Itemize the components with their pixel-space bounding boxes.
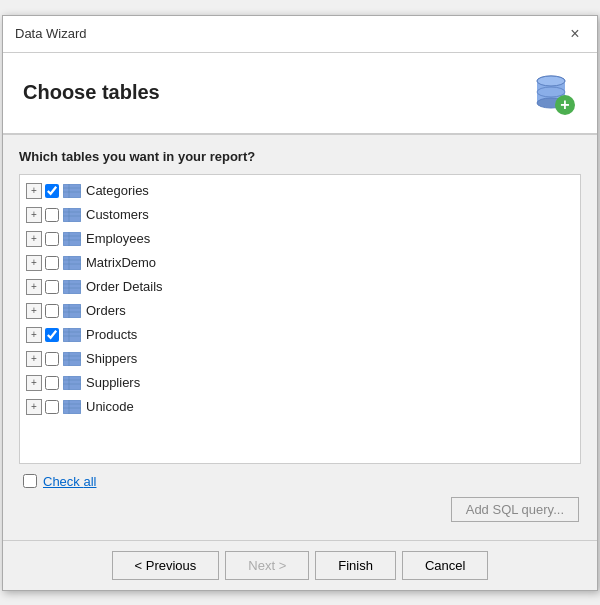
footer: < Previous Next > Finish Cancel	[3, 540, 597, 590]
table-name: Shippers	[86, 351, 137, 366]
table-row[interactable]: + Products	[20, 323, 580, 347]
table-checkbox[interactable]	[45, 208, 59, 222]
table-checkbox[interactable]	[45, 184, 59, 198]
table-row[interactable]: + Unicode	[20, 395, 580, 419]
expand-button[interactable]: +	[26, 231, 42, 247]
table-checkbox[interactable]	[45, 304, 59, 318]
svg-text:+: +	[560, 96, 569, 113]
svg-rect-35	[63, 352, 81, 366]
table-row[interactable]: + Shippers	[20, 347, 580, 371]
table-row[interactable]: + Customers	[20, 203, 580, 227]
table-name: Orders	[86, 303, 126, 318]
table-icon	[63, 256, 81, 270]
table-icon	[63, 184, 81, 198]
previous-button[interactable]: < Previous	[112, 551, 220, 580]
table-row[interactable]: + Categories	[20, 179, 580, 203]
add-sql-query-button[interactable]: Add SQL query...	[451, 497, 579, 522]
table-name: Products	[86, 327, 137, 342]
table-row[interactable]: + Orders	[20, 299, 580, 323]
svg-rect-19	[63, 256, 81, 270]
svg-rect-11	[63, 208, 81, 222]
table-name: Employees	[86, 231, 150, 246]
table-checkbox[interactable]	[45, 400, 59, 414]
database-icon: +	[529, 69, 577, 117]
table-icon	[63, 400, 81, 414]
table-icon	[63, 376, 81, 390]
body-section: Which tables you want in your report? + …	[3, 135, 597, 540]
table-icon	[63, 232, 81, 246]
table-row[interactable]: + Order Details	[20, 275, 580, 299]
expand-button[interactable]: +	[26, 327, 42, 343]
table-checkbox[interactable]	[45, 328, 59, 342]
cancel-button[interactable]: Cancel	[402, 551, 488, 580]
table-row[interactable]: + MatrixDemo	[20, 251, 580, 275]
svg-rect-43	[63, 400, 81, 414]
table-icon	[63, 208, 81, 222]
table-name: Order Details	[86, 279, 163, 294]
svg-rect-31	[63, 328, 81, 342]
table-name: Customers	[86, 207, 149, 222]
table-icon	[63, 304, 81, 318]
table-name: Categories	[86, 183, 149, 198]
table-icon	[63, 328, 81, 342]
svg-rect-23	[63, 280, 81, 294]
table-checkbox[interactable]	[45, 352, 59, 366]
table-row[interactable]: + Employees	[20, 227, 580, 251]
table-name: Unicode	[86, 399, 134, 414]
expand-button[interactable]: +	[26, 375, 42, 391]
check-all-checkbox[interactable]	[23, 474, 37, 488]
expand-button[interactable]: +	[26, 183, 42, 199]
expand-button[interactable]: +	[26, 303, 42, 319]
table-checkbox[interactable]	[45, 280, 59, 294]
expand-button[interactable]: +	[26, 399, 42, 415]
svg-rect-15	[63, 232, 81, 246]
question-label: Which tables you want in your report?	[19, 149, 581, 164]
table-list: + Categories+ Customers+ Employees+ Matr…	[19, 174, 581, 464]
expand-button[interactable]: +	[26, 279, 42, 295]
title-bar: Data Wizard ×	[3, 16, 597, 53]
svg-point-3	[537, 76, 565, 86]
dialog-title: Data Wizard	[15, 26, 87, 41]
next-button[interactable]: Next >	[225, 551, 309, 580]
expand-button[interactable]: +	[26, 255, 42, 271]
page-title: Choose tables	[23, 81, 160, 104]
table-checkbox[interactable]	[45, 376, 59, 390]
table-checkbox[interactable]	[45, 256, 59, 270]
expand-button[interactable]: +	[26, 351, 42, 367]
svg-rect-39	[63, 376, 81, 390]
table-icon	[63, 352, 81, 366]
table-name: Suppliers	[86, 375, 140, 390]
close-button[interactable]: ×	[565, 24, 585, 44]
data-wizard-dialog: Data Wizard × Choose tables + Which tabl…	[2, 15, 598, 591]
svg-rect-7	[63, 184, 81, 198]
sql-btn-row: Add SQL query...	[19, 497, 581, 530]
check-all-row: Check all	[19, 464, 581, 497]
table-icon	[63, 280, 81, 294]
table-checkbox[interactable]	[45, 232, 59, 246]
table-name: MatrixDemo	[86, 255, 156, 270]
svg-rect-27	[63, 304, 81, 318]
expand-button[interactable]: +	[26, 207, 42, 223]
check-all-label[interactable]: Check all	[43, 474, 96, 489]
header-section: Choose tables +	[3, 53, 597, 135]
finish-button[interactable]: Finish	[315, 551, 396, 580]
table-row[interactable]: + Suppliers	[20, 371, 580, 395]
